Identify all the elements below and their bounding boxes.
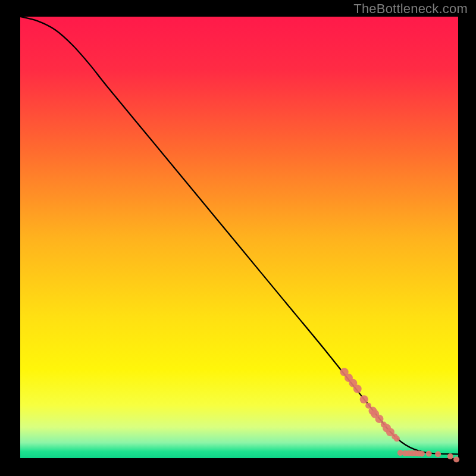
data-point-marker [360,395,368,403]
data-point-marker [353,385,362,393]
data-point-marker [447,453,453,459]
bottleneck-curve [20,17,458,454]
data-point-marker [375,415,384,423]
data-point-marker [426,451,432,457]
highlight-markers [340,368,459,462]
data-point-marker [419,451,425,457]
data-point-marker [453,456,459,462]
data-point-marker [394,436,400,441]
curve-layer [20,17,458,458]
watermark-label: TheBottleneck.com [353,1,468,17]
chart-container: TheBottleneck.com [0,0,476,476]
plot-area [20,17,458,458]
data-point-marker [435,451,441,457]
